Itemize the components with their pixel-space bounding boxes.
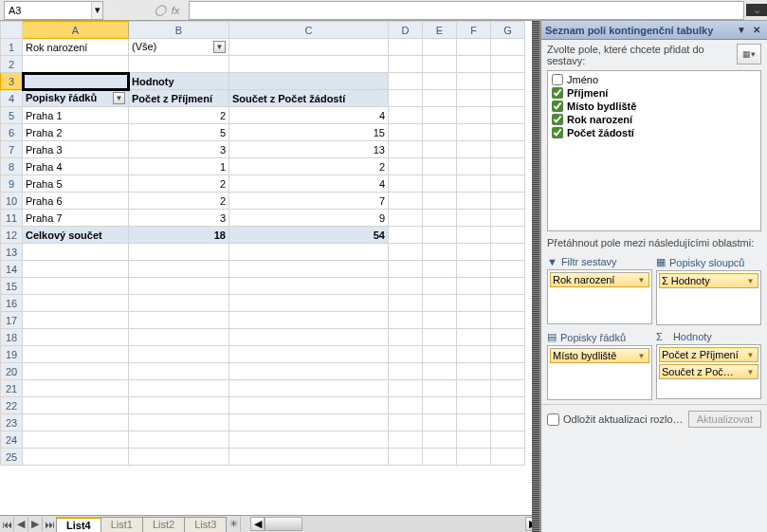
cell[interactable]: 3 bbox=[129, 141, 229, 158]
row-9[interactable]: 9Praha 524 bbox=[1, 175, 525, 193]
row-3[interactable]: 3Hodnoty bbox=[1, 73, 525, 90]
cell[interactable]: 2 bbox=[229, 158, 389, 175]
cell[interactable] bbox=[457, 193, 491, 210]
row-11[interactable]: 11Praha 739 bbox=[1, 210, 525, 227]
cell[interactable]: Celkový součet bbox=[23, 227, 129, 244]
row-header[interactable]: 13 bbox=[1, 244, 23, 261]
cell[interactable] bbox=[129, 295, 229, 312]
filter-dropdown-icon[interactable]: ▼ bbox=[213, 41, 226, 53]
field-checkbox[interactable] bbox=[552, 114, 563, 125]
row-header[interactable]: 1 bbox=[1, 39, 23, 56]
defer-update-input[interactable] bbox=[547, 413, 559, 426]
cell[interactable] bbox=[129, 244, 229, 261]
cell[interactable]: 2 bbox=[129, 107, 229, 124]
area-columns-drop[interactable]: Σ Hodnoty▼ bbox=[656, 270, 761, 325]
field-checkbox[interactable] bbox=[552, 87, 563, 99]
cell[interactable]: 15 bbox=[229, 124, 389, 141]
row-header[interactable]: 7 bbox=[1, 141, 23, 158]
cell[interactable] bbox=[423, 244, 457, 261]
row-header[interactable]: 20 bbox=[1, 363, 23, 380]
name-box[interactable]: ▾ bbox=[4, 1, 103, 20]
cell[interactable] bbox=[423, 449, 457, 466]
cell[interactable] bbox=[229, 414, 389, 431]
cell[interactable] bbox=[229, 363, 389, 380]
cell[interactable]: Praha 1 bbox=[23, 107, 129, 124]
cell[interactable] bbox=[457, 107, 491, 124]
cell[interactable] bbox=[129, 414, 229, 431]
cell[interactable] bbox=[23, 73, 129, 90]
cell[interactable] bbox=[423, 312, 457, 329]
cell[interactable] bbox=[491, 261, 525, 278]
cell[interactable] bbox=[129, 312, 229, 329]
new-sheet-icon[interactable]: ✳ bbox=[227, 517, 241, 531]
sheet-tab[interactable]: List3 bbox=[184, 517, 227, 532]
chip-value-2[interactable]: Součet z Poč…▼ bbox=[659, 364, 758, 379]
cell[interactable] bbox=[457, 261, 491, 278]
cell[interactable] bbox=[23, 363, 129, 380]
tab-nav-first-icon[interactable]: ⏮ bbox=[0, 517, 14, 531]
formula-input[interactable] bbox=[189, 1, 744, 20]
cell[interactable] bbox=[23, 329, 129, 346]
field-list-title-bar[interactable]: Seznam polí kontingenční tabulky ▼ ✕ bbox=[541, 21, 767, 40]
row-header[interactable]: 10 bbox=[1, 193, 23, 210]
cell[interactable] bbox=[491, 449, 525, 466]
field-item[interactable]: Jméno bbox=[550, 73, 758, 86]
cell[interactable] bbox=[23, 380, 129, 397]
cell[interactable] bbox=[423, 141, 457, 158]
cell[interactable] bbox=[129, 449, 229, 466]
cell[interactable] bbox=[423, 73, 457, 90]
cell[interactable] bbox=[389, 141, 423, 158]
row-13[interactable]: 13 bbox=[1, 244, 525, 261]
cell[interactable] bbox=[491, 73, 525, 90]
row-21[interactable]: 21 bbox=[1, 380, 525, 397]
cell[interactable] bbox=[423, 175, 457, 193]
row-header[interactable]: 3 bbox=[1, 73, 23, 90]
field-list[interactable]: JménoPříjmeníMísto bydlištěRok narozeníP… bbox=[547, 70, 761, 231]
cell[interactable] bbox=[457, 90, 491, 107]
fx-icon[interactable]: fx bbox=[168, 3, 183, 18]
row-18[interactable]: 18 bbox=[1, 329, 525, 346]
cell[interactable]: 13 bbox=[229, 141, 389, 158]
cell[interactable] bbox=[229, 56, 389, 73]
cell[interactable] bbox=[389, 261, 423, 278]
field-list-close-icon[interactable]: ✕ bbox=[750, 24, 763, 37]
cell[interactable] bbox=[423, 431, 457, 449]
chevron-down-icon[interactable]: ▼ bbox=[745, 368, 756, 376]
cell[interactable] bbox=[491, 158, 525, 175]
cell[interactable] bbox=[457, 295, 491, 312]
row-header[interactable]: 16 bbox=[1, 295, 23, 312]
pane-splitter[interactable] bbox=[532, 21, 539, 532]
cell[interactable] bbox=[229, 73, 389, 90]
cell[interactable] bbox=[457, 397, 491, 414]
cell[interactable] bbox=[491, 56, 525, 73]
hscroll-left-icon[interactable]: ◀ bbox=[250, 517, 265, 531]
cell[interactable]: 2 bbox=[129, 193, 229, 210]
cell[interactable] bbox=[423, 380, 457, 397]
row-20[interactable]: 20 bbox=[1, 363, 525, 380]
field-item[interactable]: Příjmení bbox=[550, 86, 758, 100]
row-4[interactable]: 4Popisky řádků▼Počet z PříjmeníSoučet z … bbox=[1, 90, 525, 107]
cell[interactable]: Praha 2 bbox=[23, 124, 129, 141]
row-header[interactable]: 11 bbox=[1, 210, 23, 227]
cell[interactable] bbox=[389, 278, 423, 295]
cell[interactable] bbox=[491, 227, 525, 244]
field-item[interactable]: Rok narození bbox=[550, 113, 758, 126]
cell[interactable] bbox=[129, 261, 229, 278]
cell[interactable]: Hodnoty bbox=[129, 73, 229, 90]
cell[interactable] bbox=[23, 56, 129, 73]
cell[interactable] bbox=[423, 39, 457, 56]
column-headers[interactable]: A B C D E F G bbox=[1, 22, 525, 39]
cell[interactable] bbox=[491, 431, 525, 449]
filter-dropdown-icon[interactable]: ▼ bbox=[113, 92, 125, 104]
name-box-input[interactable] bbox=[9, 5, 99, 16]
cell[interactable] bbox=[491, 329, 525, 346]
cell[interactable]: 54 bbox=[229, 227, 389, 244]
row-header[interactable]: 22 bbox=[1, 397, 23, 414]
cell[interactable] bbox=[491, 210, 525, 227]
row-6[interactable]: 6Praha 2515 bbox=[1, 124, 525, 141]
col-header-a[interactable]: A bbox=[23, 22, 129, 39]
cell[interactable] bbox=[423, 193, 457, 210]
cell[interactable] bbox=[129, 346, 229, 363]
cell[interactable]: 4 bbox=[229, 175, 389, 193]
select-all-corner[interactable] bbox=[1, 22, 23, 39]
